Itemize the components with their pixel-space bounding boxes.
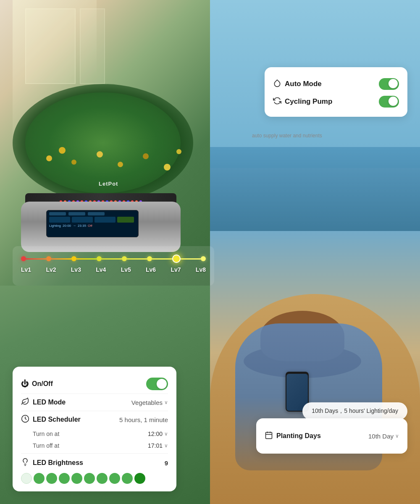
calendar-icon bbox=[265, 431, 273, 441]
brightness-dot-7 bbox=[97, 473, 108, 484]
clock-icon bbox=[21, 415, 29, 425]
bar-segment-3 bbox=[76, 258, 97, 260]
turn-on-label: Turn on at bbox=[33, 430, 59, 437]
level-lv4: Lv4 bbox=[96, 266, 106, 273]
onoff-label: On/Off bbox=[32, 380, 53, 388]
led-dot-yellow-3 bbox=[122, 256, 127, 261]
bar-segment-2 bbox=[51, 258, 71, 260]
brightness-dot-10 bbox=[134, 473, 145, 484]
turn-on-value-group[interactable]: 12:00 ∨ bbox=[148, 430, 168, 437]
led-brightness-row: LED Brightness 9 bbox=[21, 454, 168, 471]
led-dot-yellow-5 bbox=[201, 256, 206, 261]
led-mode-label: LED Mode bbox=[33, 399, 66, 406]
bar-segment-6 bbox=[152, 258, 172, 260]
bar-segment-1 bbox=[26, 258, 46, 260]
brightness-dot-4 bbox=[59, 473, 70, 484]
led-dot-orange bbox=[46, 256, 51, 261]
led-dot-red bbox=[21, 256, 26, 261]
auto-mode-label-group: Auto Mode bbox=[273, 79, 322, 89]
level-lv2: Lv2 bbox=[46, 266, 56, 273]
brightness-dot-5 bbox=[71, 473, 82, 484]
light-level-section: Lv1 Lv2 Lv3 Lv4 Lv5 Lv6 Lv7 Lv8 bbox=[13, 246, 214, 286]
level-lv1: Lv1 bbox=[21, 266, 31, 273]
led-mode-chevron: ∨ bbox=[164, 399, 168, 405]
led-control-card: ⏻ On/Off LED Mode Vegetables ∨ bbox=[13, 367, 176, 491]
planting-days-row[interactable]: Planting Days 10th Day ∨ bbox=[265, 426, 399, 446]
led-scheduler-row: LED Scheduler 5 hours, 1 minute bbox=[21, 411, 168, 428]
auto-mode-row: Auto Mode bbox=[273, 78, 399, 90]
auto-mode-card: Auto Mode auto supply water and nutrient… bbox=[265, 67, 407, 117]
cycling-pump-label-group: Cycling Pump bbox=[273, 97, 332, 107]
planting-days-value-group[interactable]: 10th Day ∨ bbox=[368, 433, 399, 440]
bar-segment-7 bbox=[181, 258, 201, 260]
led-dot-yellow-2 bbox=[97, 256, 102, 261]
level-lv6: Lv6 bbox=[146, 266, 156, 273]
level-lv5: Lv5 bbox=[121, 266, 131, 273]
level-lv8: Lv8 bbox=[196, 266, 206, 273]
led-mode-value: Vegetables bbox=[131, 399, 163, 406]
svg-rect-3 bbox=[266, 432, 272, 438]
bulb-icon bbox=[21, 458, 29, 468]
brightness-dot-2 bbox=[34, 473, 45, 484]
bar-segment-4 bbox=[102, 258, 122, 260]
led-scheduler-value: 5 hours, 1 minute bbox=[119, 416, 168, 423]
notification-badge: 10th Days，5 hours' Lighting/day bbox=[302, 402, 407, 420]
led-dot-yellow-4 bbox=[147, 256, 152, 261]
planting-days-label-group: Planting Days bbox=[265, 431, 321, 441]
planting-days-chevron: ∨ bbox=[395, 433, 399, 439]
auto-mode-label: Auto Mode bbox=[285, 80, 322, 88]
auto-mode-sub: auto supply water and nutrients bbox=[252, 133, 395, 139]
turn-off-value-group[interactable]: 17:01 ∨ bbox=[148, 442, 168, 449]
led-scheduler-label: LED Scheduler bbox=[33, 416, 81, 423]
auto-mode-section: Auto Mode auto supply water and nutrient… bbox=[273, 75, 399, 92]
turn-on-chevron: ∨ bbox=[164, 431, 168, 437]
leaf-icon bbox=[21, 397, 29, 407]
turn-off-label: Turn off at bbox=[33, 442, 59, 449]
water-drop-icon bbox=[273, 79, 281, 89]
turn-off-chevron: ∨ bbox=[164, 443, 168, 449]
cycling-pump-row: Cycling Pump bbox=[273, 92, 399, 109]
notification-text: 10th Days，5 hours' Lighting/day bbox=[312, 407, 398, 414]
turn-off-row[interactable]: Turn off at 17:01 ∨ bbox=[21, 440, 168, 454]
brightness-label: LED Brightness bbox=[33, 459, 83, 467]
brightness-dot-6 bbox=[84, 473, 95, 484]
brightness-dot-3 bbox=[46, 473, 57, 484]
auto-mode-toggle[interactable] bbox=[379, 78, 399, 90]
turn-on-value: 12:00 bbox=[148, 430, 163, 437]
turn-on-row[interactable]: Turn on at 12:00 ∨ bbox=[21, 428, 168, 440]
level-lv7: Lv7 bbox=[171, 266, 181, 273]
onoff-row: ⏻ On/Off bbox=[21, 374, 168, 394]
device-base: LetPot Lighting 20:00 → 23:35 Off bbox=[21, 202, 181, 252]
plant-photo: LetPot Lighting 20:00 → 23:35 Off bbox=[0, 0, 210, 286]
brightness-dot-9 bbox=[122, 473, 133, 484]
onoff-label-group: ⏻ On/Off bbox=[21, 380, 53, 388]
led-mode-row[interactable]: LED Mode Vegetables ∨ bbox=[21, 394, 168, 411]
cycling-pump-label: Cycling Pump bbox=[285, 97, 332, 106]
led-dot-active bbox=[172, 255, 181, 263]
bar-segment-5 bbox=[127, 258, 147, 260]
recycle-icon bbox=[273, 97, 281, 107]
planting-days-card[interactable]: Planting Days 10th Day ∨ bbox=[256, 418, 407, 454]
brightness-dot-1 bbox=[21, 473, 32, 484]
brightness-label-group: LED Brightness bbox=[21, 458, 83, 468]
led-dot-yellow-1 bbox=[71, 256, 76, 261]
brightness-value: 9 bbox=[165, 459, 168, 467]
cycling-pump-toggle[interactable] bbox=[379, 96, 399, 108]
light-dots-row bbox=[21, 255, 206, 263]
led-scheduler-label-group: LED Scheduler bbox=[21, 415, 81, 425]
onoff-toggle[interactable] bbox=[146, 378, 168, 390]
planting-days-value: 10th Day bbox=[368, 433, 394, 440]
led-mode-value-group[interactable]: Vegetables ∨ bbox=[131, 399, 168, 406]
led-mode-label-group: LED Mode bbox=[21, 397, 66, 407]
light-level-labels: Lv1 Lv2 Lv3 Lv4 Lv5 Lv6 Lv7 Lv8 bbox=[21, 266, 206, 273]
planting-days-label: Planting Days bbox=[276, 432, 321, 440]
brightness-dots bbox=[21, 471, 168, 484]
turn-off-value: 17:01 bbox=[148, 442, 163, 449]
brightness-dot-8 bbox=[109, 473, 120, 484]
level-lv3: Lv3 bbox=[71, 266, 81, 273]
power-icon: ⏻ bbox=[21, 380, 29, 388]
